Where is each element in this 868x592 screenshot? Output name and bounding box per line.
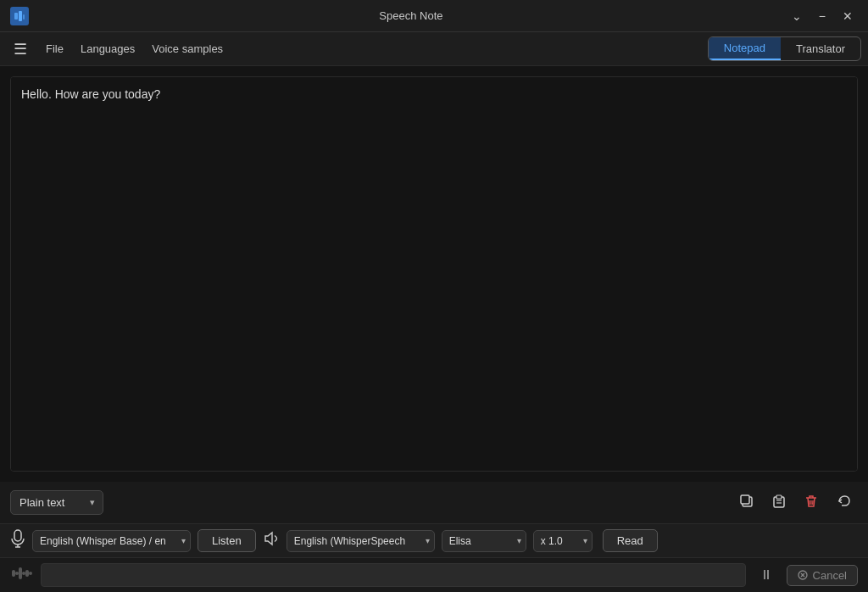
title-bar: Speech Note ⌄ − ✕	[0, 0, 868, 32]
chevron-btn[interactable]: ⌄	[787, 8, 807, 24]
undo-button[interactable]	[829, 489, 858, 517]
bottom-toolbar: Plain text Markdown HTML ▾	[0, 482, 868, 523]
progress-bar: ⏸ Cancel	[0, 557, 868, 592]
svg-rect-0	[14, 13, 18, 20]
progress-input[interactable]	[41, 563, 746, 587]
main-content: Hello. How are you today?	[0, 66, 868, 482]
hamburger-menu-button[interactable]: ☰	[7, 36, 34, 62]
action-buttons	[732, 489, 858, 517]
speaker-icon	[263, 530, 280, 551]
microphone-icon	[10, 529, 25, 552]
menu-item-voice-samples[interactable]: Voice samples	[143, 38, 231, 59]
voice-bar: English (Whisper Base) / en ▾ Listen Eng…	[0, 523, 868, 557]
speed-wrapper: x 1.0 x 0.5 x 1.5 x 2.0 ▾	[533, 530, 593, 552]
svg-rect-19	[22, 572, 25, 575]
svg-rect-1	[19, 11, 22, 21]
listen-language-select[interactable]: English (Whisper Base) / en	[32, 530, 191, 552]
svg-rect-16	[19, 567, 22, 579]
window-controls: ⌄ − ✕	[787, 8, 858, 24]
read-language-select[interactable]: English (WhisperSpeech	[287, 530, 435, 552]
listen-lang-wrapper: English (Whisper Base) / en ▾	[32, 530, 191, 552]
waveform-icon	[10, 564, 34, 587]
speed-select[interactable]: x 1.0 x 0.5 x 1.5 x 2.0	[533, 530, 593, 552]
window-title: Speech Note	[36, 9, 787, 22]
close-btn[interactable]: ✕	[837, 8, 858, 24]
read-lang-wrapper: English (WhisperSpeech ▾	[287, 530, 435, 552]
svg-rect-6	[776, 495, 782, 499]
paste-button[interactable]	[765, 489, 793, 517]
voice-name-select[interactable]: Elisa	[442, 530, 526, 552]
app-icon	[10, 7, 29, 25]
menu-item-file[interactable]: File	[37, 38, 72, 59]
copy-button[interactable]	[732, 489, 761, 517]
notepad-textarea[interactable]: Hello. How are you today?	[21, 87, 847, 461]
tab-notepad[interactable]: Notepad	[709, 37, 781, 60]
svg-rect-20	[29, 572, 32, 575]
format-select[interactable]: Plain text Markdown HTML	[10, 490, 103, 515]
cancel-button[interactable]: Cancel	[787, 565, 858, 586]
svg-rect-12	[14, 530, 21, 541]
listen-button[interactable]: Listen	[198, 529, 256, 552]
delete-button[interactable]	[797, 489, 826, 517]
format-select-wrapper: Plain text Markdown HTML ▾	[10, 490, 103, 515]
notepad-area[interactable]: Hello. How are you today?	[10, 76, 858, 472]
menu-bar: ☰ File Languages Voice samples Notepad T…	[0, 32, 868, 66]
view-tabs: Notepad Translator	[708, 36, 861, 61]
read-button[interactable]: Read	[603, 529, 658, 552]
minimize-btn[interactable]: −	[814, 8, 831, 24]
svg-rect-2	[23, 14, 25, 20]
svg-rect-15	[12, 570, 15, 577]
svg-rect-4	[741, 495, 749, 504]
pause-button[interactable]: ⏸	[753, 564, 780, 586]
svg-rect-18	[15, 572, 19, 575]
svg-rect-17	[25, 570, 29, 577]
cancel-label: Cancel	[813, 569, 847, 582]
menu-item-languages[interactable]: Languages	[72, 38, 143, 59]
voice-name-wrapper: Elisa ▾	[442, 530, 526, 552]
tab-translator[interactable]: Translator	[781, 37, 860, 60]
